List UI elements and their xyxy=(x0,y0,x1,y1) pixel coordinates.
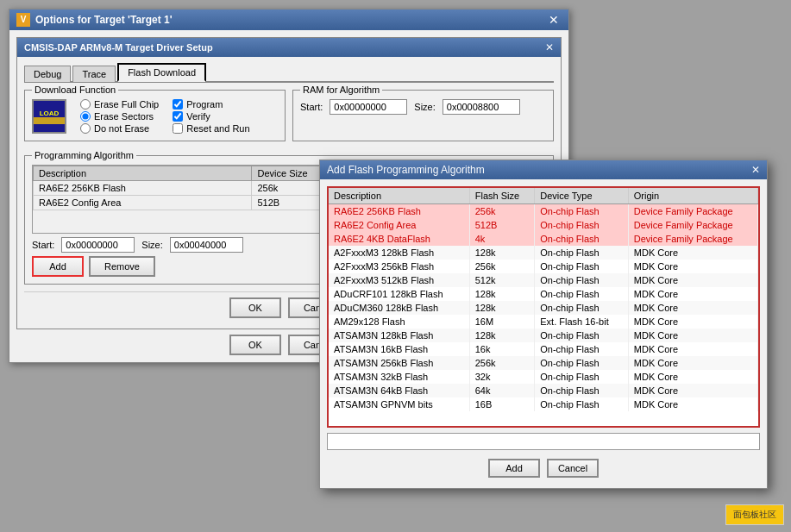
main-ok-button[interactable]: OK xyxy=(229,335,281,355)
list-item[interactable]: ATSAM3N 16kB Flash16kOn-chip FlashMDK Co… xyxy=(329,342,758,356)
erase-sectors-radio[interactable]: Erase Sectors xyxy=(80,111,159,122)
list-item[interactable]: ATSAM3N 64kB Flash64kOn-chip FlashMDK Co… xyxy=(329,384,758,397)
list-item[interactable]: ADuCRF101 128kB Flash128kOn-chip FlashMD… xyxy=(329,287,758,301)
inner-close-button[interactable]: ✕ xyxy=(545,41,554,53)
verify-label: Verify xyxy=(186,111,210,122)
ram-algorithm-title: RAM for Algorithm xyxy=(300,84,382,95)
ram-start-label: Start: xyxy=(300,102,323,112)
program-label: Program xyxy=(186,99,223,110)
main-window-title: Options for Target 'Target 1' xyxy=(35,14,173,26)
list-item[interactable]: ATSAM3N 128kB Flash128kOn-chip FlashMDK … xyxy=(329,329,758,342)
list-item[interactable]: AM29x128 Flash16MExt. Flash 16-bitMDK Co… xyxy=(329,315,758,329)
inner-ok-button[interactable]: OK xyxy=(229,297,281,318)
do-not-erase-radio[interactable]: Do not Erase xyxy=(80,123,159,134)
flash-col-origin: Origin xyxy=(628,188,757,204)
add-flash-cancel-button[interactable]: Cancel xyxy=(547,459,599,478)
add-flash-dialog: Add Flash Programming Algorithm ✕ Descri… xyxy=(319,160,768,489)
load-icon: LOAD xyxy=(32,99,66,134)
list-item[interactable]: A2FxxxM3 512kB Flash512kOn-chip FlashMDK… xyxy=(329,273,758,287)
list-item[interactable]: RA6E2 Config Area512BOn-chip FlashDevice… xyxy=(329,218,758,232)
add-flash-title-bar: Add Flash Programming Algorithm ✕ xyxy=(320,160,767,179)
flash-search-input[interactable] xyxy=(327,433,760,450)
list-item[interactable]: ADuCM360 128kB Flash128kOn-chip FlashMDK… xyxy=(329,301,758,315)
list-item[interactable]: A2FxxxM3 128kB Flash128kOn-chip FlashMDK… xyxy=(329,246,758,260)
ram-algorithm-group: RAM for Algorithm Start: Size: xyxy=(292,90,554,141)
list-item[interactable]: A2FxxxM3 256kB Flash256kOn-chip FlashMDK… xyxy=(329,260,758,273)
flash-table: Description Flash Size Device Type Origi… xyxy=(329,188,758,411)
list-item[interactable]: RA6E2 4KB DataFlash4kOn-chip FlashDevice… xyxy=(329,232,758,246)
download-function-title: Download Function xyxy=(32,84,118,95)
main-title-bar: V Options for Target 'Target 1' ✕ xyxy=(9,9,568,30)
flash-col-type: Device Type xyxy=(535,188,629,204)
col-description: Description xyxy=(34,166,252,181)
programming-algorithm-title: Programming Algorithm xyxy=(32,150,136,160)
reset-run-checkbox[interactable]: Reset and Run xyxy=(173,123,249,134)
tab-bar: Debug Trace Flash Download xyxy=(24,62,554,83)
app-icon: V xyxy=(16,13,30,27)
list-item[interactable]: RA6E2 256KB Flash256kOn-chip FlashDevice… xyxy=(329,204,758,219)
add-flash-add-button[interactable]: Add xyxy=(488,459,540,478)
erase-radio-group: Erase Full Chip Erase Sectors Do not Era… xyxy=(80,99,159,134)
add-algorithm-button[interactable]: Add xyxy=(32,256,84,277)
tab-flash-download[interactable]: Flash Download xyxy=(117,63,206,82)
ram-start-input[interactable] xyxy=(330,99,407,115)
watermark: 面包板社区 xyxy=(725,504,784,525)
add-flash-title-text: Add Flash Programming Algorithm xyxy=(327,164,485,176)
prog-size-input[interactable] xyxy=(170,237,243,253)
inner-title-bar: CMSIS-DAP ARMv8-M Target Driver Setup ✕ xyxy=(17,38,561,57)
flash-col-size: Flash Size xyxy=(469,188,535,204)
download-function-group: Download Function LOAD E xyxy=(24,90,286,141)
erase-full-chip-label: Erase Full Chip xyxy=(94,99,159,110)
tab-trace[interactable]: Trace xyxy=(72,66,116,82)
prog-start-label: Start: xyxy=(32,240,54,250)
main-close-button[interactable]: ✕ xyxy=(546,12,562,28)
program-checkbox[interactable]: Program xyxy=(173,99,249,110)
erase-sectors-label: Erase Sectors xyxy=(94,111,154,122)
checkbox-group: Program Verify Reset and Run xyxy=(173,99,249,134)
two-groups-row: Download Function LOAD E xyxy=(24,90,554,148)
add-flash-body: Description Flash Size Device Type Origi… xyxy=(320,179,767,488)
inner-dialog-title: CMSIS-DAP ARMv8-M Target Driver Setup xyxy=(24,42,213,53)
reset-run-label: Reset and Run xyxy=(186,123,249,134)
list-item[interactable]: ATSAM3N 256kB Flash256kOn-chip FlashMDK … xyxy=(329,356,758,370)
add-flash-close-button[interactable]: ✕ xyxy=(751,164,760,176)
do-not-erase-label: Do not Erase xyxy=(94,123,149,134)
list-item[interactable]: ATSAM3N 32kB Flash32kOn-chip FlashMDK Co… xyxy=(329,370,758,384)
flash-col-description: Description xyxy=(329,188,469,204)
prog-start-input[interactable] xyxy=(61,237,135,253)
verify-checkbox[interactable]: Verify xyxy=(173,111,249,122)
list-item[interactable]: ATSAM3N GPNVM bits16BOn-chip FlashMDK Co… xyxy=(329,397,758,411)
prog-size-label: Size: xyxy=(141,240,162,250)
add-flash-buttons: Add Cancel xyxy=(327,455,760,481)
remove-algorithm-button[interactable]: Remove xyxy=(89,256,155,277)
ram-size-input[interactable] xyxy=(443,99,520,115)
tab-debug[interactable]: Debug xyxy=(24,66,71,82)
flash-table-container[interactable]: Description Flash Size Device Type Origi… xyxy=(327,186,760,428)
erase-full-chip-radio[interactable]: Erase Full Chip xyxy=(80,99,159,110)
ram-size-label: Size: xyxy=(414,102,435,112)
